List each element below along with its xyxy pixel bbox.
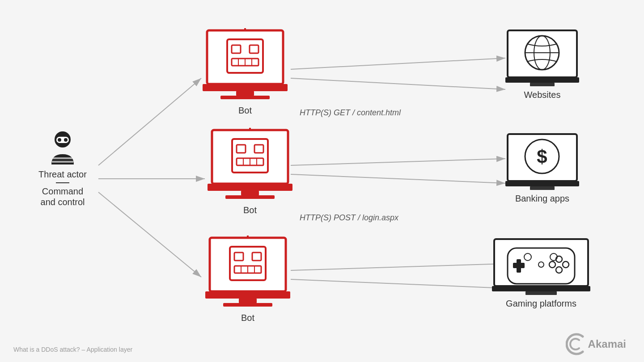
svg-rect-45 — [252, 253, 261, 261]
svg-point-13 — [64, 138, 68, 142]
banking-label: Banking apps — [515, 194, 569, 204]
diagram-container: Threat actor Commandand control — [0, 0, 644, 362]
bot2-label: Bot — [243, 205, 257, 215]
bot1-wrapper: Bot — [203, 28, 288, 116]
svg-rect-14 — [53, 157, 72, 159]
svg-rect-65 — [530, 186, 555, 190]
svg-rect-64 — [505, 181, 579, 186]
gaming-label: Gaming platforms — [506, 299, 576, 309]
svg-rect-15 — [52, 161, 73, 163]
akamai-icon — [566, 333, 588, 355]
banking-icon: $ — [505, 132, 579, 190]
svg-rect-39 — [208, 184, 292, 191]
svg-rect-69 — [513, 263, 525, 268]
websites-label: Websites — [524, 90, 561, 100]
footer-text: What is a DDoS attack? – Application lay… — [13, 346, 132, 353]
svg-line-1 — [98, 78, 201, 165]
svg-rect-59 — [505, 77, 579, 83]
svg-rect-54 — [223, 303, 272, 307]
svg-rect-26 — [203, 84, 288, 91]
svg-line-4 — [291, 58, 505, 69]
svg-point-12 — [58, 138, 61, 142]
bot3-wrapper: Bot — [205, 236, 290, 323]
svg-rect-32 — [254, 145, 263, 153]
akamai-brand-text: Akamai — [588, 338, 626, 350]
svg-line-9 — [291, 279, 505, 288]
svg-rect-52 — [205, 291, 290, 299]
svg-rect-19 — [250, 45, 258, 53]
svg-rect-78 — [525, 291, 557, 295]
svg-rect-40 — [241, 191, 259, 195]
svg-rect-31 — [237, 145, 246, 153]
svg-rect-28 — [220, 96, 270, 99]
svg-text:$: $ — [537, 146, 547, 167]
svg-line-7 — [291, 174, 505, 183]
bot1-icon — [203, 28, 288, 102]
svg-rect-44 — [234, 253, 243, 261]
bot3-label: Bot — [241, 313, 254, 323]
hacker-icon — [45, 130, 80, 165]
svg-rect-30 — [232, 139, 268, 173]
svg-rect-17 — [227, 39, 263, 73]
banking-wrapper: $ Banking apps — [505, 132, 579, 204]
command-control-label: Commandand control — [41, 186, 85, 207]
http-post-label: HTTP(S) POST / login.aspx — [300, 213, 398, 223]
threat-actor: Threat actor Commandand control — [27, 130, 98, 207]
svg-rect-77 — [492, 286, 590, 291]
websites-icon — [505, 28, 579, 86]
svg-rect-41 — [225, 195, 275, 199]
svg-line-8 — [291, 264, 505, 270]
websites-wrapper: Websites — [505, 28, 579, 100]
bot1-label: Bot — [238, 105, 252, 116]
svg-line-6 — [291, 159, 505, 165]
http-get-label: HTTP(S) GET / content.html — [300, 108, 401, 118]
akamai-logo: Akamai — [566, 333, 626, 355]
threat-actor-label: Threat actor — [38, 169, 87, 180]
svg-line-5 — [291, 78, 505, 89]
svg-rect-18 — [232, 45, 241, 53]
svg-rect-60 — [530, 83, 555, 86]
svg-line-3 — [98, 192, 201, 277]
svg-rect-27 — [236, 91, 254, 96]
svg-rect-43 — [230, 247, 266, 280]
bot3-icon — [205, 236, 290, 309]
threat-divider — [56, 182, 69, 183]
gaming-wrapper: Gaming platforms — [492, 237, 590, 309]
bot2-wrapper: Bot — [208, 128, 292, 215]
gaming-icon — [492, 237, 590, 295]
svg-rect-53 — [239, 299, 257, 303]
bot2-icon — [208, 128, 292, 202]
